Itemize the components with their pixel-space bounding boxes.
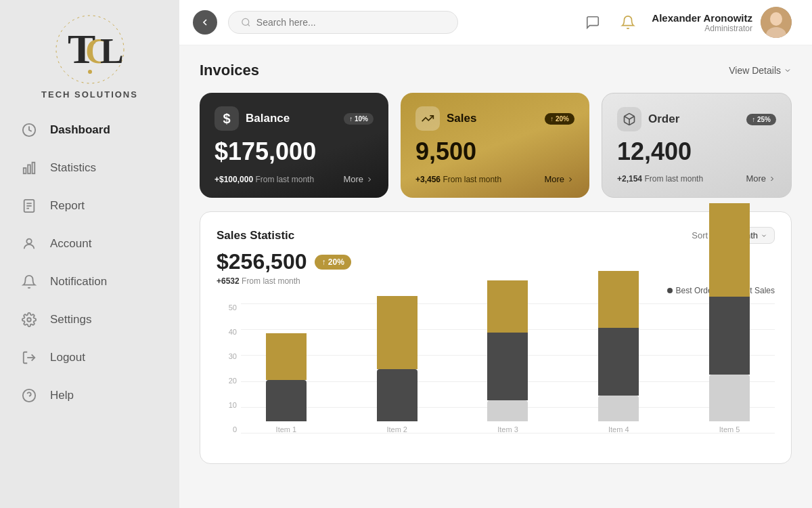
bar-gold-3 (487, 280, 528, 333)
bar-group-1: Item 1 (241, 333, 332, 433)
bar-stack-5 (709, 203, 750, 421)
order-bottom: +2,154 From last month More (617, 173, 776, 184)
order-more[interactable]: More (746, 173, 776, 184)
bar-group-2: Item 2 (352, 296, 443, 433)
bar-dark-1 (266, 380, 307, 421)
search-icon (241, 17, 251, 28)
balance-badge: ↑ 10% (344, 113, 374, 125)
search-input[interactable] (256, 17, 445, 28)
svg-rect-7 (28, 165, 30, 173)
balance-sub: +$100,000 From last month (215, 175, 314, 184)
sidebar-item-settings[interactable]: Settings (0, 301, 179, 338)
bar-label-4: Item 4 (608, 425, 629, 433)
bar-gold-2 (377, 296, 418, 369)
bar-gold-5 (709, 203, 750, 297)
bar-group-5: Item 5 (684, 203, 775, 433)
order-sub: +2,154 From last month (617, 174, 703, 184)
svg-point-14 (27, 318, 31, 322)
bar-dark-3 (487, 333, 528, 400)
bar-group-4: Item 4 (573, 271, 664, 433)
statistic-box: Sales Statistic Sort By Month $256,500 ↑… (200, 211, 792, 464)
main-area: Alexander Aronowitz Administrator (179, 0, 812, 508)
svg-rect-6 (24, 168, 26, 173)
stat-title: Sales Statistic (217, 229, 294, 242)
bar-stack-2 (377, 296, 418, 421)
bar-gold-4 (598, 271, 639, 328)
svg-point-18 (242, 18, 249, 25)
sales-icon-label: Sales (415, 106, 476, 131)
stat-big-value: $256,500 (217, 249, 307, 274)
sidebar-item-notification[interactable]: Notification (0, 263, 179, 300)
bar-dark-4 (598, 328, 639, 396)
bar-stack-4 (598, 271, 639, 421)
sales-card: Sales ↑ 20% 9,500 +3,456 From last month… (401, 93, 589, 198)
bar-stack-1 (266, 333, 307, 421)
svg-point-4 (88, 70, 92, 74)
order-value: 12,400 (617, 138, 776, 165)
avatar (761, 7, 792, 38)
chevron-down-icon (784, 66, 792, 75)
bar-label-1: Item 1 (276, 425, 297, 433)
user-info: Alexander Aronowitz Administrator (652, 7, 792, 38)
best-order-dot (667, 288, 673, 293)
sidebar-item-logout[interactable]: Logout (0, 339, 179, 376)
help-icon (20, 387, 38, 404)
sales-bottom: +3,456 From last month More (415, 174, 574, 184)
order-card: Order ↑ 25% 12,400 +2,154 From last mont… (602, 93, 792, 198)
balance-bottom: +$100,000 From last month More (215, 174, 374, 184)
sidebar: T C L TECH SOLUTIONS Dashboard (0, 0, 179, 508)
invoices-title: Invoices (200, 62, 259, 79)
invoice-cards: $ Balance ↑ 10% $175,000 +$100,000 From … (200, 93, 792, 198)
header: Alexander Aronowitz Administrator (179, 0, 812, 45)
balance-card: $ Balance ↑ 10% $175,000 +$100,000 From … (200, 93, 388, 198)
logout-icon (20, 349, 38, 366)
bar-label-5: Item 5 (719, 425, 740, 433)
view-details-button[interactable]: View Details (729, 65, 792, 76)
chart-container: 50 40 30 20 10 0 (217, 303, 775, 452)
balance-value: $175,000 (215, 138, 374, 165)
dashboard-icon (20, 121, 38, 139)
balance-more[interactable]: More (343, 174, 374, 184)
sidebar-item-help[interactable]: Help (0, 377, 179, 414)
svg-rect-8 (32, 163, 35, 174)
bar-dark-5 (709, 297, 750, 375)
sidebar-item-statistics[interactable]: Statistics (0, 150, 179, 186)
y-axis: 50 40 30 20 10 0 (217, 303, 237, 433)
bars-wrapper: Item 1Item 2Item 3Item 4Item 5 (241, 303, 775, 433)
stat-badge: ↑ 20% (315, 255, 351, 270)
brand-name: TECH SOLUTIONS (41, 89, 138, 100)
sales-label: Sales (447, 112, 476, 125)
sidebar-item-account[interactable]: Account (0, 226, 179, 262)
order-card-top: Order ↑ 25% (617, 107, 776, 131)
user-text: Alexander Aronowitz Administrator (652, 12, 752, 33)
order-icon (617, 107, 641, 131)
back-button[interactable] (193, 10, 217, 35)
user-name: Alexander Aronowitz (652, 12, 752, 24)
sales-value: 9,500 (415, 138, 574, 165)
invoices-section-header: Invoices View Details (200, 62, 792, 79)
sidebar-item-dashboard[interactable]: Dashboard (0, 112, 179, 148)
bar-dark-2 (377, 369, 418, 421)
balance-label: Balance (246, 112, 290, 125)
bar-label-2: Item 2 (386, 425, 407, 433)
settings-icon (20, 311, 38, 329)
sales-card-top: Sales ↑ 20% (415, 106, 574, 131)
bell-icon[interactable] (616, 11, 639, 34)
report-icon (20, 197, 38, 215)
svg-point-21 (770, 12, 782, 26)
search-bar (228, 11, 458, 34)
bar-gold-1 (266, 333, 307, 380)
chart-area: 50 40 30 20 10 0 (217, 303, 775, 452)
logo-area: T C L TECH SOLUTIONS (0, 0, 179, 112)
logo-icon: T C L (53, 12, 127, 87)
sales-more[interactable]: More (544, 174, 574, 184)
bar-group-3: Item 3 (463, 280, 554, 433)
svg-point-13 (26, 239, 31, 244)
chat-icon[interactable] (581, 11, 604, 34)
sidebar-item-report[interactable]: Report (0, 188, 179, 224)
bar-light-5 (709, 375, 750, 421)
sales-sub: +3,456 From last month (415, 175, 501, 184)
order-label: Order (648, 112, 679, 126)
balance-icon-label: $ Balance (215, 106, 290, 131)
notification-icon (20, 273, 38, 291)
